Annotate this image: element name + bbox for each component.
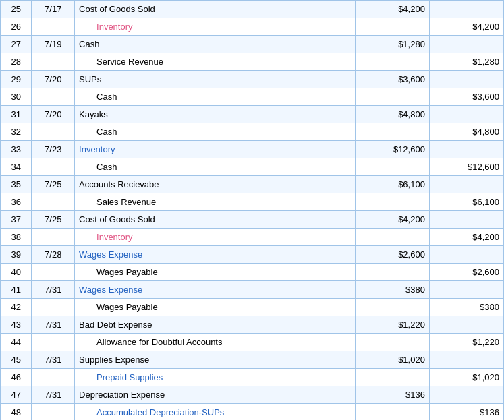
row-credit: $4,200 [429,18,503,36]
row-number: 33 [1,141,32,158]
row-account: Allowance for Doubtful Accounts [75,334,356,351]
row-account: Accounts Recievabe [75,176,356,193]
row-debit [355,88,429,106]
row-number: 40 [1,264,32,281]
row-date: 7/20 [32,71,75,88]
row-account: Depreciation Expense [75,386,356,404]
row-account: Wages Expense [75,281,356,299]
row-account: Wages Payable [75,299,356,316]
row-credit [429,386,503,404]
row-debit: $380 [355,281,429,299]
row-debit [355,193,429,211]
row-debit: $1,280 [355,36,429,53]
row-account: SUPs [75,71,356,88]
row-number: 41 [1,281,32,299]
row-debit: $1,020 [355,351,429,369]
row-account: Cash [75,158,356,176]
row-debit [355,404,429,421]
row-credit [429,71,503,88]
row-date [32,123,75,141]
row-account: Cash [75,88,356,106]
row-date [32,158,75,176]
row-credit: $4,800 [429,123,503,141]
row-date [32,53,75,71]
row-debit: $3,600 [355,71,429,88]
row-account: Sales Revenue [75,193,356,211]
row-credit [429,246,503,264]
row-credit [429,106,503,123]
row-date: 7/31 [32,351,75,369]
row-date: 7/17 [32,1,75,18]
row-debit: $136 [355,386,429,404]
row-debit [355,299,429,316]
row-number: 34 [1,158,32,176]
journal-table: 257/17Cost of Goods Sold$4,20026Inventor… [0,0,504,420]
row-date [32,193,75,211]
row-date: 7/25 [32,211,75,229]
row-date [32,229,75,246]
row-number: 45 [1,351,32,369]
row-account: Inventory [75,141,356,158]
row-credit: $6,100 [429,193,503,211]
row-number: 32 [1,123,32,141]
row-debit [355,18,429,36]
row-account: Prepaid Supplies [75,369,356,386]
row-debit: $12,600 [355,141,429,158]
row-account: Accumulated Depreciation-SUPs [75,404,356,421]
row-date [32,18,75,36]
row-credit: $1,220 [429,334,503,351]
row-number: 42 [1,299,32,316]
row-debit [355,229,429,246]
row-debit [355,369,429,386]
row-credit: $380 [429,299,503,316]
row-number: 44 [1,334,32,351]
row-account: Cost of Goods Sold [75,1,356,18]
row-number: 31 [1,106,32,123]
row-credit [429,281,503,299]
row-credit: $1,280 [429,53,503,71]
row-date: 7/19 [32,36,75,53]
row-credit: $12,600 [429,158,503,176]
row-number: 35 [1,176,32,193]
row-date: 7/23 [32,141,75,158]
row-credit: $2,600 [429,264,503,281]
row-date: 7/25 [32,176,75,193]
row-number: 38 [1,229,32,246]
row-credit: $1,020 [429,369,503,386]
row-number: 47 [1,386,32,404]
row-date [32,404,75,421]
row-account: Cash [75,36,356,53]
row-date [32,299,75,316]
row-number: 27 [1,36,32,53]
row-account: Wages Payable [75,264,356,281]
row-account: Wages Expense [75,246,356,264]
row-debit [355,158,429,176]
row-date [32,88,75,106]
row-date: 7/20 [32,106,75,123]
row-account: Supplies Expense [75,351,356,369]
row-debit [355,53,429,71]
row-account: Cash [75,123,356,141]
row-number: 30 [1,88,32,106]
row-date [32,334,75,351]
row-credit: $136 [429,404,503,421]
row-credit [429,141,503,158]
row-credit: $4,200 [429,229,503,246]
row-number: 46 [1,369,32,386]
row-account: Inventory [75,18,356,36]
row-debit [355,264,429,281]
row-account: Kayaks [75,106,356,123]
row-debit: $4,200 [355,211,429,229]
row-debit: $1,220 [355,316,429,334]
row-number: 48 [1,404,32,421]
row-date: 7/31 [32,386,75,404]
row-number: 36 [1,193,32,211]
row-debit: $6,100 [355,176,429,193]
row-account: Bad Debt Expense [75,316,356,334]
row-number: 28 [1,53,32,71]
row-credit: $3,600 [429,88,503,106]
row-date [32,264,75,281]
row-credit [429,36,503,53]
row-number: 29 [1,71,32,88]
row-debit [355,334,429,351]
